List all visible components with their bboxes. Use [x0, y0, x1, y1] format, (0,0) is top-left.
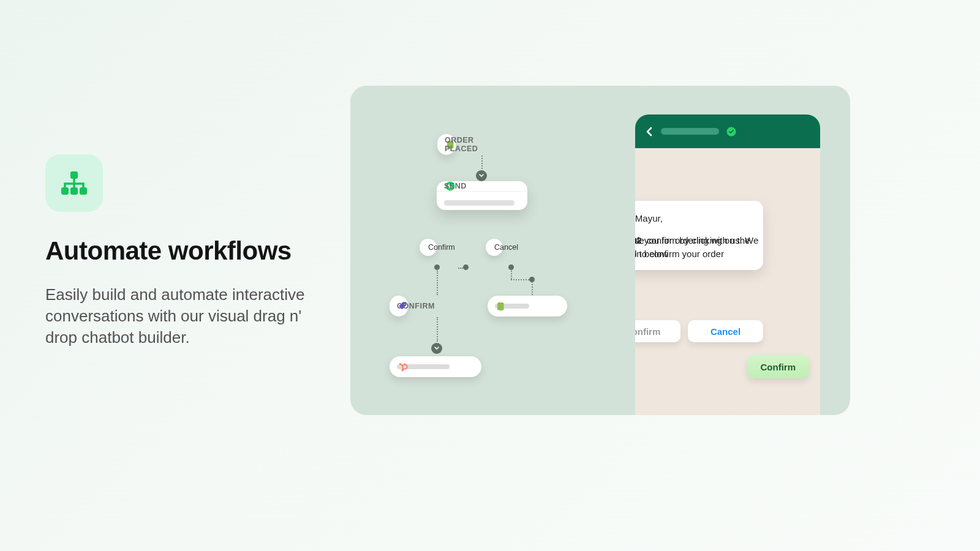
- verified-badge-icon: [726, 127, 736, 137]
- workflow-canvas: ORDER PLACED SEND Confirm Cancel: [350, 86, 850, 415]
- contact-name-placeholder: [661, 128, 719, 135]
- svg-rect-0: [70, 171, 78, 179]
- node-order-placed[interactable]: ORDER PLACED: [437, 134, 456, 155]
- placeholder-line: [444, 200, 485, 205]
- chip-label: Cancel: [494, 243, 518, 252]
- chevron-left-icon[interactable]: [645, 127, 654, 137]
- svg-rect-2: [70, 187, 78, 195]
- shopify-icon: [495, 300, 507, 312]
- node-send[interactable]: SEND: [437, 181, 527, 210]
- phone-preview: Hey Mayur, Thank you for ordering with u…: [635, 114, 820, 415]
- phone-header: [635, 114, 820, 148]
- reply-cancel-button[interactable]: Cancel: [688, 320, 763, 342]
- svg-point-10: [402, 369, 403, 370]
- node-confirm[interactable]: CONFIRM: [390, 296, 408, 317]
- quick-replies: Confirm Cancel: [635, 320, 763, 342]
- chevron-down-icon: [431, 343, 442, 354]
- node-shopify[interactable]: [488, 296, 567, 317]
- node-label: CONFIRM: [397, 302, 435, 310]
- workflow-icon: [45, 154, 103, 212]
- node-hubspot[interactable]: [390, 356, 481, 377]
- branch-cancel[interactable]: Cancel: [486, 239, 503, 256]
- svg-point-7: [399, 363, 401, 365]
- message-bubble: Hey Mayur, Thank you for ordering with u…: [635, 201, 763, 270]
- node-label: SEND: [444, 182, 467, 190]
- left-column: Automate workflows Easily build and auto…: [45, 154, 315, 348]
- hubspot-icon: [397, 361, 409, 373]
- sent-confirm-bubble: Confirm: [747, 355, 810, 378]
- node-label: ORDER PLACED: [445, 136, 478, 153]
- subcopy: Easily build and automate interactive co…: [45, 284, 315, 348]
- svg-rect-1: [61, 187, 69, 195]
- svg-rect-3: [80, 187, 87, 195]
- reply-confirm-button[interactable]: Confirm: [635, 320, 680, 342]
- chip-label: Confirm: [428, 243, 455, 252]
- svg-point-6: [402, 364, 407, 369]
- msg-greeting: Hey Mayur,: [635, 212, 752, 225]
- headline: Automate workflows: [45, 236, 315, 266]
- chevron-down-icon: [476, 170, 487, 181]
- branch-confirm[interactable]: Confirm: [420, 239, 437, 256]
